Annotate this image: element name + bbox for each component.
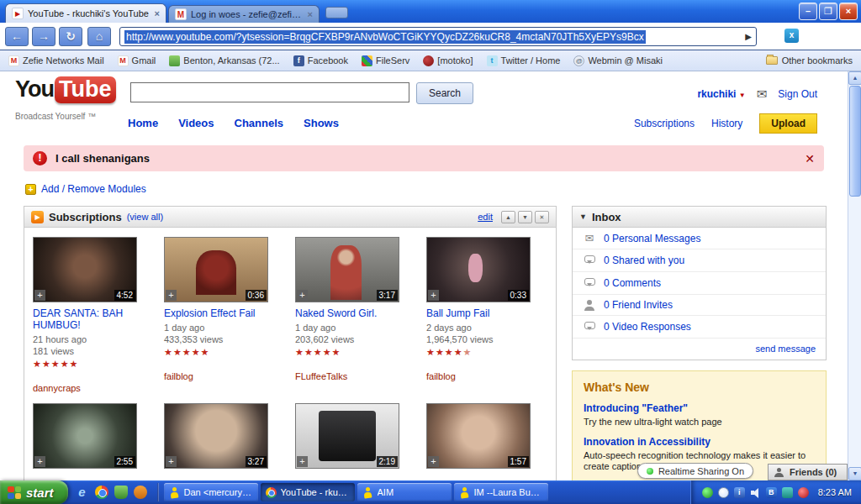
add-remove-modules[interactable]: + Add / Remove Modules	[25, 183, 146, 195]
tab-close-icon[interactable]: ×	[308, 10, 313, 19]
inbox-item-link[interactable]: 0 Video Responses	[604, 321, 691, 333]
nav-videos[interactable]: Videos	[178, 117, 214, 129]
video-thumbnail[interactable]: + 1:57	[426, 403, 531, 469]
add-to-quicklist-icon[interactable]: +	[34, 290, 45, 301]
star-rating[interactable]: ★★★★★	[33, 359, 157, 369]
video-thumbnail[interactable]: + 0:33	[426, 237, 531, 302]
scroll-down-icon[interactable]: ▼	[848, 467, 861, 480]
tray-icon[interactable]	[798, 487, 809, 498]
whats-new-link[interactable]: Innovation in Accessibility	[584, 436, 815, 448]
video-thumbnail[interactable]: + 2:55	[33, 403, 137, 469]
nav-home[interactable]: Home	[128, 117, 158, 129]
video-username-link[interactable]: failblog	[164, 371, 193, 381]
bookmark-item[interactable]: [motoko]	[423, 55, 473, 66]
inbox-item-link[interactable]: 0 Personal Messages	[604, 233, 700, 244]
send-message-link[interactable]: send message	[755, 344, 816, 354]
scroll-up-icon[interactable]: ▲	[848, 71, 861, 85]
add-to-quicklist-icon[interactable]: +	[166, 456, 177, 467]
add-to-quicklist-icon[interactable]: +	[428, 290, 439, 301]
taskbar-window-button[interactable]: IM --Laura Bud...	[454, 483, 548, 501]
bookmark-item[interactable]: Facebook	[293, 55, 348, 66]
module-close-icon[interactable]: ✕	[535, 211, 549, 223]
quick-launch-icon[interactable]	[114, 486, 128, 499]
nav-channels[interactable]: Channels	[235, 117, 284, 129]
alert-close-icon[interactable]: ✕	[805, 152, 815, 165]
tab-close-icon[interactable]: ×	[155, 9, 160, 18]
video-thumbnail[interactable]: + 2:19	[295, 403, 399, 469]
video-username-link[interactable]: dannycraps	[33, 383, 81, 393]
quick-launch-icon[interactable]	[134, 486, 147, 499]
inbox-item-link[interactable]: 0 Shared with you	[604, 255, 684, 266]
tray-icon[interactable]	[718, 487, 729, 498]
tab-gmail[interactable]: M Log in woes - zefie@zefie... ×	[168, 5, 320, 23]
upload-button[interactable]: Upload	[759, 113, 817, 134]
add-to-quicklist-icon[interactable]: +	[428, 456, 439, 467]
video-thumbnail[interactable]: + 4:52	[33, 237, 137, 302]
video-title-link[interactable]: Ball Jump Fail	[426, 307, 551, 319]
back-button[interactable]: ←	[5, 27, 29, 46]
video-title-link[interactable]: Explosion Effect Fail	[164, 307, 288, 319]
tray-icon[interactable]	[702, 487, 713, 498]
inbox-item-link[interactable]: 0 Friend Invites	[604, 299, 673, 311]
history-link[interactable]: History	[711, 118, 742, 129]
tab-youtube[interactable]: ▶ YouTube - rkuchiki's YouTube ×	[5, 3, 166, 23]
close-button[interactable]: ×	[839, 3, 858, 20]
start-button[interactable]: start	[0, 480, 68, 504]
home-button[interactable]: ⌂	[87, 27, 111, 46]
friends-bar[interactable]: Friends (0)	[768, 464, 848, 480]
add-to-quicklist-icon[interactable]: +	[297, 456, 308, 467]
edit-link[interactable]: edit	[478, 212, 493, 222]
tray-icon[interactable]	[782, 487, 793, 498]
whats-new-link[interactable]: Introducing "Feather"	[584, 402, 815, 414]
star-rating[interactable]: ★★★★★	[426, 347, 551, 357]
add-remove-modules-link[interactable]: Add / Remove Modules	[41, 183, 146, 195]
taskbar-window-button[interactable]: AIM	[357, 483, 452, 501]
subscriptions-link[interactable]: Subscriptions	[634, 118, 695, 129]
nav-shows[interactable]: Shows	[304, 117, 339, 129]
taskbar-window-button[interactable]: YouTube - rkuc...	[261, 483, 355, 501]
realtime-sharing-toggle[interactable]: Realtime Sharing On	[637, 463, 753, 479]
other-bookmarks[interactable]: Other bookmarks	[766, 55, 853, 66]
address-bar[interactable]: http://www.youtube.com/?ytsession=BrqgCF…	[119, 27, 757, 46]
bookmark-item[interactable]: FileServ	[362, 55, 409, 66]
search-input[interactable]	[130, 82, 409, 102]
star-rating[interactable]: ★★★★★	[295, 347, 420, 357]
restore-button[interactable]: ❐	[819, 3, 837, 20]
forward-button[interactable]: →	[32, 27, 55, 46]
video-thumbnail[interactable]: + 3:17	[295, 237, 399, 302]
go-icon[interactable]: ▶	[745, 32, 752, 41]
reload-button[interactable]: ↻	[59, 27, 82, 46]
view-all-link[interactable]: (view all)	[127, 212, 163, 222]
ie-icon[interactable]: e	[76, 486, 89, 499]
video-title-link[interactable]: DEAR SANTA: BAH HUMBUG!	[33, 307, 157, 331]
taskbar-window-button[interactable]: Dan <mercuryli...	[164, 483, 258, 501]
quick-launch-icon[interactable]	[95, 486, 108, 499]
messages-envelope-icon[interactable]: ✉	[757, 87, 768, 102]
move-down-icon[interactable]: ▼	[518, 211, 532, 223]
video-thumbnail[interactable]: + 3:27	[164, 403, 268, 469]
new-tab-button[interactable]	[325, 7, 348, 18]
tray-icon[interactable]: i	[734, 487, 745, 498]
move-up-icon[interactable]: ▲	[501, 211, 515, 223]
search-button[interactable]: Search	[416, 82, 473, 104]
extension-icon[interactable]: x	[784, 29, 799, 43]
bookmark-item[interactable]: Twitter / Home	[487, 55, 561, 66]
add-to-quicklist-icon[interactable]: +	[166, 290, 177, 301]
bookmark-item[interactable]: Gmail	[118, 55, 156, 66]
bookmark-item[interactable]: Zefie Networks Mail	[8, 55, 104, 66]
video-thumbnail[interactable]: + 0:36	[164, 237, 268, 302]
sign-out-link[interactable]: Sign Out	[778, 88, 817, 100]
video-username-link[interactable]: FLuffeeTalks	[295, 371, 347, 381]
video-username-link[interactable]: failblog	[426, 371, 456, 381]
collapse-triangle-icon[interactable]: ▼	[579, 213, 587, 221]
scrollbar-thumb[interactable]	[849, 86, 861, 197]
bookmark-item[interactable]: Benton, Arkansas (72...	[169, 55, 279, 66]
minimize-button[interactable]: –	[799, 3, 817, 20]
add-to-quicklist-icon[interactable]: +	[34, 456, 45, 467]
bookmark-item[interactable]: Webmin @ Misaki	[573, 55, 663, 66]
vertical-scrollbar[interactable]: ▲ ▼	[848, 71, 861, 480]
bluetooth-icon[interactable]: B	[766, 487, 777, 498]
username-menu[interactable]: rkuchiki ▼	[697, 88, 745, 100]
video-title-link[interactable]: Naked Sword Girl.	[295, 307, 420, 319]
inbox-module-header[interactable]: ▼ Inbox	[573, 207, 826, 228]
